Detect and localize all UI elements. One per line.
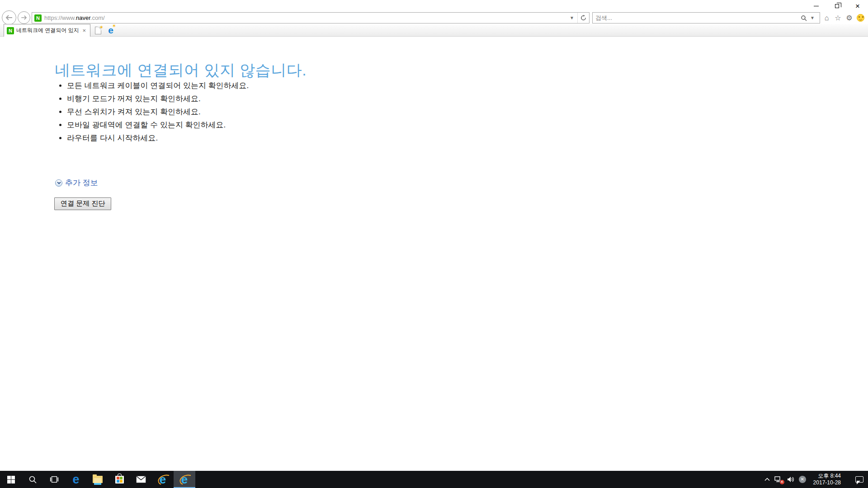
tab-network-error[interactable]: N 네트워크에 연결되어 있지 ... ×	[4, 24, 90, 37]
more-info-label: 추가 정보	[65, 178, 98, 188]
navigation-bar: N https://www.naver.com/ ▼ ▼	[0, 12, 868, 24]
tab-bar: N 네트워크에 연결되어 있지 ... × ✶ e✶	[0, 24, 868, 37]
taskbar-search-button[interactable]	[22, 471, 43, 488]
internet-explorer-icon: e	[181, 474, 188, 485]
taskbar-edge-button[interactable]: e	[65, 471, 87, 488]
tab-title: 네트워크에 연결되어 있지 ...	[16, 27, 81, 34]
close-button[interactable]: ×	[847, 0, 868, 12]
status-disconnected-icon[interactable]: ✕	[799, 476, 806, 483]
network-disconnected-icon[interactable]: ✕	[774, 476, 783, 483]
tray-chevron-up-icon[interactable]	[764, 478, 770, 481]
search-input[interactable]	[593, 14, 801, 21]
list-item: 모든 네트워크 케이블이 연결되어 있는지 확인하세요.	[67, 82, 249, 89]
list-item: 라우터를 다시 시작하세요.	[67, 134, 249, 142]
volume-icon[interactable]	[787, 476, 794, 483]
forward-button[interactable]	[18, 11, 30, 24]
search-dropdown-button[interactable]: ▼	[807, 15, 818, 20]
refresh-button[interactable]	[577, 13, 589, 23]
diagnose-connection-button[interactable]: 연결 문제 진단	[54, 197, 111, 210]
list-item: 비행기 모드가 꺼져 있는지 확인하세요.	[67, 95, 249, 103]
red-x-badge: ✕	[780, 480, 784, 484]
system-tray: ✕ ✕ 오후 8:44 2017-10-28	[764, 471, 868, 488]
taskbar-store-button[interactable]	[108, 471, 130, 488]
list-item: 모바일 광대역에 연결할 수 있는지 확인하세요.	[67, 121, 249, 129]
search-box[interactable]: ▼	[592, 12, 820, 23]
new-tab-button[interactable]: ✶	[92, 25, 104, 36]
list-item: 무선 스위치가 켜져 있는지 확인하세요.	[67, 108, 249, 116]
minimize-icon	[814, 6, 819, 6]
taskbar-mail-button[interactable]	[130, 471, 152, 488]
taskbar-internet-explorer-active-button[interactable]: e	[174, 471, 195, 488]
more-info-link[interactable]: 추가 정보	[55, 178, 98, 188]
taskbar-internet-explorer-button[interactable]: e	[152, 471, 174, 488]
back-arrow-icon	[5, 15, 13, 20]
new-tab-page-icon: ✶	[95, 27, 101, 34]
edge-icon: e✶	[108, 26, 113, 35]
title-bar: ×	[0, 0, 868, 12]
home-icon[interactable]: ⌂	[822, 13, 831, 23]
chevron-down-circle-icon	[55, 179, 62, 187]
back-button[interactable]	[2, 10, 16, 25]
file-explorer-icon	[93, 476, 103, 483]
favorites-star-icon[interactable]: ☆	[833, 13, 843, 23]
error-suggestion-list: 모든 네트워크 케이블이 연결되어 있는지 확인하세요.비행기 모드가 꺼져 있…	[67, 82, 249, 147]
mail-icon	[136, 476, 146, 483]
refresh-icon	[580, 15, 586, 21]
taskbar: e e e ✕ ✕	[0, 471, 868, 488]
restore-icon	[835, 4, 839, 8]
internet-explorer-icon: e	[160, 474, 166, 485]
restore-button[interactable]	[826, 0, 847, 12]
tab-close-icon[interactable]: ×	[81, 27, 87, 34]
open-edge-button[interactable]: e✶	[105, 25, 117, 36]
clock-time: 오후 8:44	[818, 473, 841, 479]
store-icon	[115, 476, 124, 483]
url-text: https://www.naver.com/	[44, 14, 105, 21]
task-view-button[interactable]	[43, 471, 65, 488]
naver-favicon: N	[34, 14, 42, 22]
windows-logo-icon	[7, 476, 15, 483]
taskbar-clock[interactable]: 오후 8:44 2017-10-28	[811, 473, 844, 486]
page-content: 네트워크에 연결되어 있지 않습니다. 모든 네트워크 케이블이 연결되어 있는…	[0, 37, 868, 471]
edge-icon: e	[72, 475, 79, 484]
command-bar: ⌂ ☆ ⚙	[822, 13, 865, 23]
minimize-button[interactable]	[806, 0, 826, 12]
tab-favicon: N	[7, 27, 14, 34]
error-heading: 네트워크에 연결되어 있지 않습니다.	[55, 60, 307, 81]
tools-gear-icon[interactable]: ⚙	[844, 13, 854, 23]
start-button[interactable]	[0, 471, 22, 488]
action-center-icon[interactable]	[855, 476, 863, 483]
forward-arrow-icon	[21, 15, 27, 20]
address-bar[interactable]: N https://www.naver.com/ ▼	[32, 12, 590, 23]
address-dropdown-button[interactable]: ▼	[566, 15, 577, 20]
feedback-smiley-icon[interactable]	[856, 13, 865, 23]
search-icon[interactable]	[801, 15, 807, 21]
taskbar-file-explorer-button[interactable]	[87, 471, 108, 488]
task-view-icon	[50, 476, 59, 483]
clock-date: 2017-10-28	[813, 479, 841, 486]
window-controls: ×	[806, 0, 868, 12]
search-icon	[28, 475, 37, 483]
